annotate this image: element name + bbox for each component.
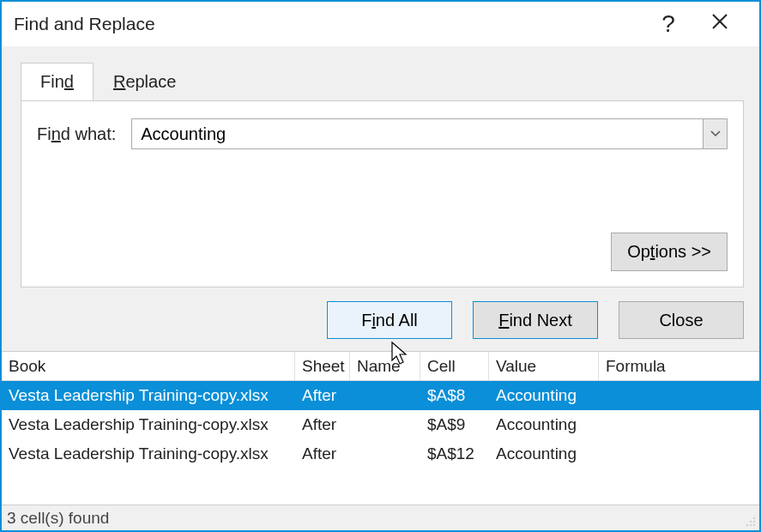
table-row[interactable]: Vesta Leadership Training-copy.xlsxAfter…: [2, 381, 759, 410]
table-row[interactable]: Vesta Leadership Training-copy.xlsxAfter…: [2, 410, 759, 439]
col-header-name[interactable]: Name: [350, 352, 420, 380]
chevron-down-icon[interactable]: [703, 119, 727, 148]
status-text: 3 cell(s) found: [7, 509, 109, 528]
dialog-body: Find Replace Find what: Options >> Find …: [2, 46, 759, 351]
col-header-formula[interactable]: Formula: [599, 352, 759, 380]
find-what-row: Find what:: [37, 118, 728, 149]
resize-grip-icon[interactable]: [744, 515, 756, 527]
svg-point-2: [753, 517, 755, 519]
svg-point-4: [753, 521, 755, 523]
button-row: Find All Find Next Close: [21, 287, 744, 351]
tab-replace[interactable]: Replace: [94, 63, 196, 101]
find-all-button[interactable]: Find All: [327, 301, 452, 339]
find-what-label: Find what:: [37, 124, 116, 144]
results-header: Book Sheet Name Cell Value Formula: [2, 352, 759, 381]
col-header-book[interactable]: Book: [2, 352, 295, 380]
close-button[interactable]: Close: [619, 301, 744, 339]
help-button[interactable]: ?: [643, 10, 694, 38]
col-header-sheet[interactable]: Sheet: [295, 352, 350, 380]
statusbar: 3 cell(s) found: [2, 505, 759, 530]
svg-point-6: [750, 524, 752, 526]
dialog-title: Find and Replace: [14, 14, 643, 34]
tab-find[interactable]: Find: [21, 63, 94, 101]
find-what-input[interactable]: [132, 119, 703, 148]
svg-point-7: [753, 524, 755, 526]
titlebar: Find and Replace ?: [2, 2, 759, 46]
results-table: Book Sheet Name Cell Value Formula Vesta…: [2, 351, 759, 469]
results-body: Vesta Leadership Training-copy.xlsxAfter…: [2, 381, 759, 469]
col-header-value[interactable]: Value: [489, 352, 599, 380]
close-icon[interactable]: [694, 13, 746, 35]
svg-point-5: [746, 524, 748, 526]
find-next-button[interactable]: Find Next: [473, 301, 598, 339]
tab-strip: Find Replace: [21, 63, 744, 101]
svg-point-3: [750, 521, 752, 523]
col-header-cell[interactable]: Cell: [420, 352, 489, 380]
table-row[interactable]: Vesta Leadership Training-copy.xlsxAfter…: [2, 439, 759, 469]
find-panel: Find what: Options >>: [21, 100, 744, 287]
find-what-combo: [131, 118, 728, 149]
options-button[interactable]: Options >>: [611, 233, 728, 271]
